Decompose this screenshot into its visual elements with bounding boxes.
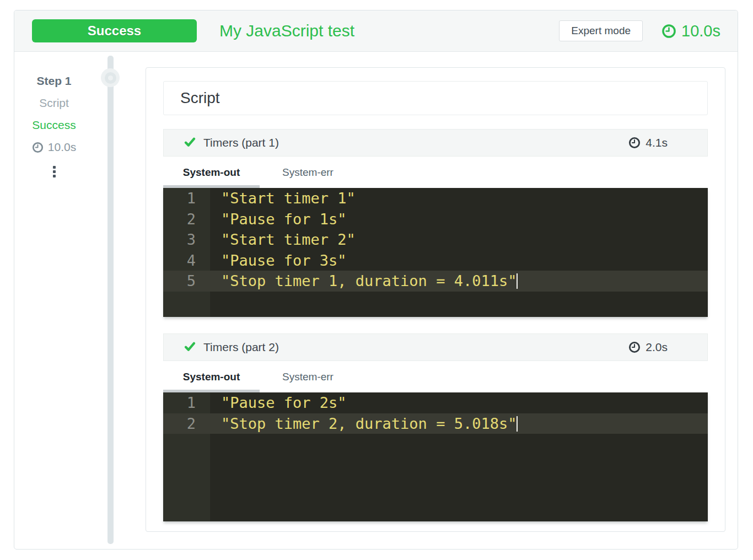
line-text: "Start timer 2"	[210, 229, 356, 250]
tab-system-err[interactable]: System-err	[260, 157, 356, 188]
total-duration: 10.0s	[661, 22, 720, 40]
console-line: 1 "Start timer 1"	[163, 188, 708, 209]
section-duration: 4.1s	[628, 136, 668, 149]
line-number: 2	[163, 413, 210, 434]
section-timers-part-1: Timers (part 1) 4.1s System-out System-e…	[163, 129, 708, 317]
line-number: 4	[163, 250, 210, 271]
line-number: 2	[163, 209, 210, 230]
line-text: "Pause for 2s"	[210, 392, 347, 413]
console-line: 1 "Pause for 2s"	[163, 392, 708, 413]
section-timers-part-2: Timers (part 2) 2.0s System-out System-e…	[163, 333, 708, 521]
line-text: "Start timer 1"	[210, 188, 356, 209]
console-output[interactable]: 1 "Start timer 1" 2 "Pause for 1s" 3 "St…	[163, 188, 708, 317]
section-duration-value: 2.0s	[646, 341, 668, 354]
text-cursor	[517, 273, 518, 289]
text-cursor	[517, 416, 518, 432]
console-output[interactable]: 1 "Pause for 2s" 2 "Stop timer 2, durati…	[163, 392, 708, 521]
line-text: "Pause for 3s"	[210, 250, 347, 271]
status-badge: Success	[32, 19, 197, 42]
line-number: 3	[163, 229, 210, 250]
tab-system-err[interactable]: System-err	[260, 361, 356, 392]
line-number: 1	[163, 188, 210, 209]
kebab-dot	[53, 170, 56, 173]
line-text: "Stop timer 1, duration = 4.011s"	[210, 271, 518, 292]
console-line: 4 "Pause for 3s"	[163, 250, 708, 271]
console-line-active: 2 "Stop timer 2, duration = 5.018s"	[163, 413, 708, 434]
line-text: "Pause for 1s"	[210, 209, 347, 230]
line-number: 5	[163, 271, 210, 292]
section-header: Timers (part 2) 2.0s	[163, 333, 708, 361]
step-timeline-node[interactable]	[101, 68, 120, 87]
step-duration: 10.0s	[19, 136, 89, 158]
step-menu-button[interactable]	[50, 165, 59, 179]
kebab-dot	[53, 166, 56, 169]
tab-system-out[interactable]: System-out	[163, 157, 260, 188]
page-title: My JavaScript test	[219, 21, 354, 40]
clock-icon	[661, 24, 676, 39]
output-tabs: System-out System-err	[163, 157, 708, 188]
expert-mode-button[interactable]: Expert mode	[559, 20, 643, 41]
step-summary[interactable]: Step 1 Script Success 10.0s	[19, 70, 89, 179]
clock-icon	[32, 142, 44, 153]
line-text: "Stop timer 2, duration = 5.018s"	[210, 413, 518, 434]
step-detail-card: Script Timers (part 1) 4	[146, 67, 725, 532]
console-line: 2 "Pause for 1s"	[163, 209, 708, 230]
success-check-icon	[184, 341, 196, 354]
line-number: 1	[163, 392, 210, 413]
section-title: Timers (part 2)	[203, 341, 279, 354]
section-duration: 2.0s	[628, 341, 668, 354]
output-tabs: System-out System-err	[163, 361, 708, 392]
section-header: Timers (part 1) 4.1s	[163, 129, 708, 157]
step-node-dot	[108, 76, 113, 80]
section-duration-value: 4.1s	[646, 136, 668, 149]
step-type: Script	[19, 92, 89, 114]
script-panel-header: Script	[163, 81, 708, 115]
step-label: Step 1	[19, 70, 89, 92]
clock-icon	[628, 341, 641, 353]
kebab-dot	[53, 175, 56, 177]
step-duration-value: 10.0s	[48, 136, 76, 158]
step-status: Success	[19, 114, 89, 136]
step-timeline-line	[107, 56, 114, 544]
step-node-ring	[105, 72, 116, 84]
tab-system-out[interactable]: System-out	[163, 361, 260, 392]
console-line-active: 5 "Stop timer 1, duration = 4.011s"	[163, 271, 708, 292]
section-title: Timers (part 1)	[203, 136, 279, 149]
clock-icon	[628, 137, 641, 149]
header-bar: Success My JavaScript test Expert mode 1…	[14, 10, 738, 52]
test-result-window: Success My JavaScript test Expert mode 1…	[14, 10, 738, 550]
success-check-icon	[184, 136, 196, 150]
console-line: 3 "Start timer 2"	[163, 229, 708, 250]
total-duration-value: 10.0s	[681, 22, 720, 40]
